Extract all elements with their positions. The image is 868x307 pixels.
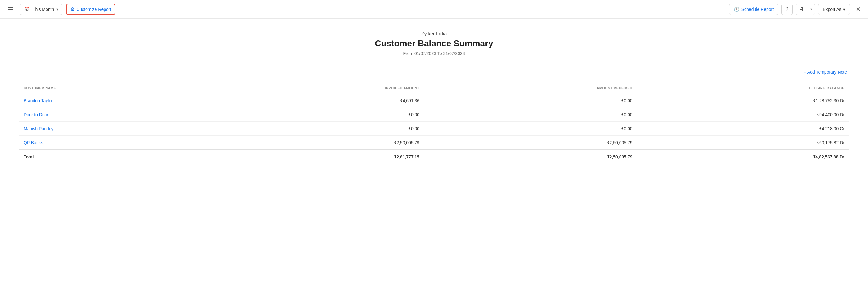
customer-name-link[interactable]: Brandon Taylor <box>24 98 53 103</box>
closing-balance-cell: ₹4,218.00 Cr <box>637 122 849 136</box>
customize-report-button[interactable]: ⚙ Customize Report <box>66 4 115 15</box>
col-header-amount-received: AMOUNT RECEIVED <box>424 82 637 94</box>
table-header-row: CUSTOMER NAME INVOICED AMOUNT AMOUNT REC… <box>19 82 849 94</box>
closing-balance-cell: ₹94,400.00 Dr <box>637 108 849 122</box>
print-chevron-icon: ▾ <box>810 7 812 11</box>
col-header-invoiced-amount: INVOICED AMOUNT <box>217 82 424 94</box>
customer-name-cell: Door to Door <box>19 108 217 122</box>
print-icon: 🖨 <box>799 6 804 12</box>
table-row: Door to Door₹0.00₹0.00₹94,400.00 Dr <box>19 108 849 122</box>
closing-balance-cell: ₹1,28,752.30 Dr <box>637 94 849 108</box>
clock-icon: 🕐 <box>734 6 740 12</box>
schedule-report-button[interactable]: 🕐 Schedule Report <box>729 4 778 15</box>
customer-name-cell: Manish Pandey <box>19 122 217 136</box>
chevron-down-icon: ▾ <box>57 7 58 11</box>
close-icon: ✕ <box>856 6 861 13</box>
export-button[interactable]: Export As ▾ <box>818 4 850 15</box>
toolbar: 📅 This Month ▾ ⚙ Customize Report 🕐 Sche… <box>0 0 868 19</box>
share-icon: ⤴ <box>786 6 788 12</box>
report-container: Zylker India Customer Balance Summary Fr… <box>0 19 868 176</box>
amount-received-cell: ₹2,50,005.79 <box>424 136 637 150</box>
share-button[interactable]: ⤴ <box>781 4 793 15</box>
invoiced-amount-cell: ₹2,50,005.79 <box>217 136 424 150</box>
closing-balance-cell: ₹60,175.82 Dr <box>637 136 849 150</box>
customize-report-label: Customize Report <box>76 7 111 12</box>
report-title: Customer Balance Summary <box>19 38 849 49</box>
invoiced-amount-cell: ₹4,691.36 <box>217 94 424 108</box>
add-note-area: + Add Temporary Note <box>19 68 849 76</box>
customer-name-link[interactable]: Manish Pandey <box>24 126 54 131</box>
customer-name-link[interactable]: QP Banks <box>24 140 43 145</box>
export-chevron-icon: ▾ <box>843 7 845 12</box>
add-note-label: + Add Temporary Note <box>804 69 847 75</box>
date-selector-label: This Month <box>33 7 54 12</box>
col-header-customer-name: CUSTOMER NAME <box>19 82 217 94</box>
date-selector[interactable]: 📅 This Month ▾ <box>20 4 62 15</box>
total-label: Total <box>19 150 217 164</box>
export-label: Export As <box>823 7 841 12</box>
amount-received-cell: ₹0.00 <box>424 108 637 122</box>
print-dropdown-button[interactable]: ▾ <box>807 4 815 15</box>
invoiced-amount-cell: ₹0.00 <box>217 108 424 122</box>
close-button[interactable]: ✕ <box>853 4 863 14</box>
invoiced-amount-cell: ₹0.00 <box>217 122 424 136</box>
total-amount-received: ₹2,50,005.79 <box>424 150 637 164</box>
hamburger-icon <box>8 7 13 11</box>
report-date-range: From 01/07/2023 To 31/07/2023 <box>19 51 849 56</box>
customer-name-cell: QP Banks <box>19 136 217 150</box>
table-header: CUSTOMER NAME INVOICED AMOUNT AMOUNT REC… <box>19 82 849 94</box>
company-name: Zylker India <box>19 31 849 37</box>
toolbar-left: 📅 This Month ▾ ⚙ Customize Report <box>5 4 729 15</box>
schedule-report-label: Schedule Report <box>741 7 774 12</box>
table-row: Brandon Taylor₹4,691.36₹0.00₹1,28,752.30… <box>19 94 849 108</box>
amount-received-cell: ₹0.00 <box>424 122 637 136</box>
table-body: Brandon Taylor₹4,691.36₹0.00₹1,28,752.30… <box>19 94 849 164</box>
total-closing-balance: ₹4,82,567.88 Dr <box>637 150 849 164</box>
print-button[interactable]: 🖨 <box>796 4 807 15</box>
col-header-closing-balance: CLOSING BALANCE <box>637 82 849 94</box>
total-invoiced-amount: ₹2,61,777.15 <box>217 150 424 164</box>
report-header: Zylker India Customer Balance Summary Fr… <box>19 31 849 56</box>
total-row: Total₹2,61,777.15₹2,50,005.79₹4,82,567.8… <box>19 150 849 164</box>
customer-name-cell: Brandon Taylor <box>19 94 217 108</box>
amount-received-cell: ₹0.00 <box>424 94 637 108</box>
gear-icon: ⚙ <box>70 6 74 12</box>
report-table: CUSTOMER NAME INVOICED AMOUNT AMOUNT REC… <box>19 82 849 164</box>
print-group: 🖨 ▾ <box>796 4 815 15</box>
add-temporary-note-button[interactable]: + Add Temporary Note <box>801 68 849 76</box>
table-row: QP Banks₹2,50,005.79₹2,50,005.79₹60,175.… <box>19 136 849 150</box>
hamburger-button[interactable] <box>5 4 16 15</box>
customer-name-link[interactable]: Door to Door <box>24 112 49 117</box>
calendar-icon: 📅 <box>24 6 30 12</box>
toolbar-right: 🕐 Schedule Report ⤴ 🖨 ▾ Export As ▾ ✕ <box>729 4 863 15</box>
table-row: Manish Pandey₹0.00₹0.00₹4,218.00 Cr <box>19 122 849 136</box>
